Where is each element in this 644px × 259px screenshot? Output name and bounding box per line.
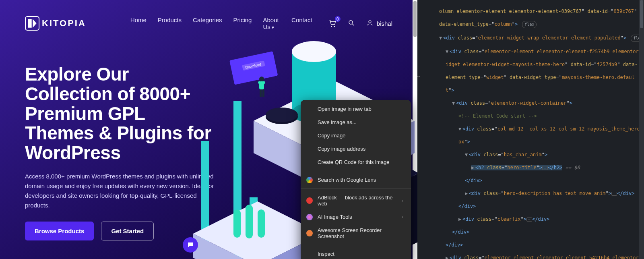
ctx-open-image[interactable]: Open image in new tab xyxy=(301,102,411,116)
ctx-save-image[interactable]: Save image as... xyxy=(301,116,411,129)
logo-icon xyxy=(25,16,39,31)
ai-tools-icon xyxy=(306,214,313,220)
ctx-adblock[interactable]: AdBlock — block ads across the web› xyxy=(301,191,411,210)
flex-badge: flex xyxy=(522,21,537,28)
devtools-scrollbar-track[interactable] xyxy=(639,0,644,259)
logo-text: KITOPIA xyxy=(42,18,86,29)
ctx-separator xyxy=(301,245,411,245)
gutter-dots-icon: ⋯ xyxy=(417,73,420,80)
browse-products-button[interactable]: Browse Products xyxy=(25,222,94,240)
website-viewport: KITOPIA Home Products Categories Pricing… xyxy=(0,0,417,259)
svg-rect-27 xyxy=(262,89,264,97)
adblock-icon xyxy=(306,197,313,204)
get-started-button[interactable]: Get Started xyxy=(101,222,154,240)
devtools-scrollbar-thumb[interactable] xyxy=(640,0,643,28)
nav-home[interactable]: Home xyxy=(130,17,147,30)
ctx-qr-code[interactable]: Create QR Code for this image xyxy=(301,155,411,169)
dom-tree[interactable]: olumn elementor-element elementor-elemen… xyxy=(417,0,644,259)
svg-point-19 xyxy=(266,108,298,122)
ctx-separator xyxy=(301,189,411,189)
svg-rect-9 xyxy=(246,205,253,238)
ctx-ai-tools[interactable]: AI Image Tools› xyxy=(301,210,411,224)
context-menu: Open image in new tab Save image as... C… xyxy=(301,100,411,259)
recorder-icon xyxy=(306,230,313,236)
nav-products[interactable]: Products xyxy=(158,17,182,30)
svg-rect-8 xyxy=(233,209,241,238)
chat-icon xyxy=(187,241,194,249)
lens-icon xyxy=(306,177,313,183)
ctx-copy-address[interactable]: Copy image address xyxy=(301,142,411,155)
hero-title: Explore Our Collection of 8000+ Premium … xyxy=(25,64,218,163)
ctx-inspect[interactable]: Inspect xyxy=(301,247,411,259)
hero-section: Explore Our Collection of 8000+ Premium … xyxy=(25,64,218,240)
hero-description: Access 8,000+ premium WordPress themes a… xyxy=(25,172,218,210)
svg-point-17 xyxy=(292,41,336,62)
ctx-copy-image[interactable]: Copy image xyxy=(301,129,411,142)
ctx-awesome-recorder[interactable]: Awesome Screen Recorder Screenshot xyxy=(301,224,411,243)
site-logo[interactable]: KITOPIA xyxy=(25,16,86,31)
svg-rect-26 xyxy=(260,89,262,97)
chat-bubble-button[interactable] xyxy=(183,237,198,253)
svg-rect-10 xyxy=(258,209,265,238)
ctx-google-lens[interactable]: Search with Google Lens xyxy=(301,173,411,186)
ctx-separator xyxy=(301,171,411,171)
devtools-elements-panel[interactable]: ⋯ olumn elementor-element elementor-elem… xyxy=(417,0,644,259)
svg-point-22 xyxy=(259,77,264,81)
